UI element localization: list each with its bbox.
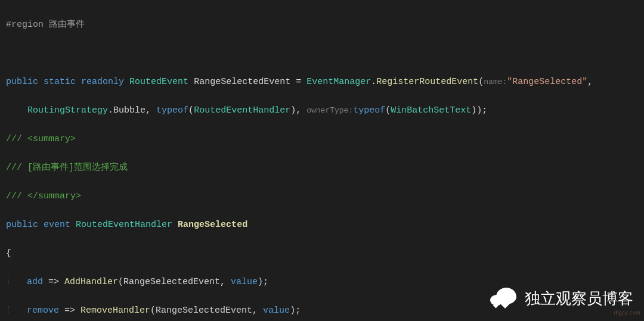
code-line: public static readonly RoutedEvent Range… [6,75,644,89]
watermark: 独立观察员博客 [490,286,633,310]
code-line: public event RoutedEventHandler RangeSel… [6,218,644,232]
watermark-text: 独立观察员博客 [525,291,633,306]
blank-line [6,46,644,61]
inline-hint: ownerType: [306,106,353,115]
indent-guide: ⸽ [6,306,11,316]
code-editor[interactable]: #region 路由事件 public static readonly Rout… [0,0,644,321]
code-line: #region 路由事件 [6,18,644,32]
inline-hint: name: [484,77,507,86]
doc-comment: /// </summary> [6,189,644,204]
indent-guide: ⸽ [6,277,11,287]
wechat-icon [490,286,519,310]
region-directive: #region 路由事件 [6,20,85,30]
watermark-url: dlgcy.com [614,306,640,320]
code-line: { [6,247,644,261]
doc-comment: /// <summary> [6,132,644,147]
code-line: RoutingStrategy.Bubble, typeof(RoutedEve… [6,104,644,118]
doc-comment: /// [路由事件]范围选择完成 [6,161,644,175]
